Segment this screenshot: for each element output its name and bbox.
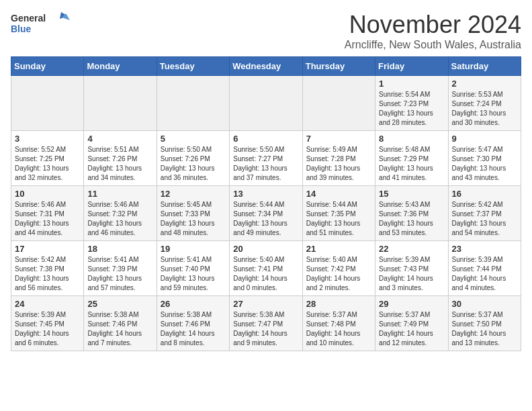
calendar-day-cell: 26Sunrise: 5:38 AMSunset: 7:46 PMDayligh… bbox=[157, 296, 229, 351]
logo-svg: General Blue bbox=[11, 11, 71, 39]
day-info: Sunrise: 5:44 AMSunset: 7:35 PMDaylight:… bbox=[306, 200, 371, 238]
day-info: Sunrise: 5:46 AMSunset: 7:32 PMDaylight:… bbox=[87, 200, 152, 238]
day-number: 15 bbox=[379, 189, 444, 199]
day-info: Sunrise: 5:40 AMSunset: 7:41 PMDaylight:… bbox=[233, 255, 298, 293]
day-info: Sunrise: 5:38 AMSunset: 7:46 PMDaylight:… bbox=[87, 310, 152, 348]
day-number: 28 bbox=[306, 299, 371, 309]
calendar-day-cell: 23Sunrise: 5:39 AMSunset: 7:44 PMDayligh… bbox=[448, 241, 521, 296]
calendar-week-row: 17Sunrise: 5:42 AMSunset: 7:38 PMDayligh… bbox=[11, 241, 521, 296]
day-info: Sunrise: 5:39 AMSunset: 7:45 PMDaylight:… bbox=[15, 310, 80, 348]
day-info: Sunrise: 5:53 AMSunset: 7:24 PMDaylight:… bbox=[452, 90, 517, 128]
day-info: Sunrise: 5:45 AMSunset: 7:33 PMDaylight:… bbox=[161, 200, 226, 238]
day-info: Sunrise: 5:42 AMSunset: 7:38 PMDaylight:… bbox=[15, 255, 80, 293]
calendar-day-cell: 1Sunrise: 5:54 AMSunset: 7:23 PMDaylight… bbox=[375, 76, 448, 131]
day-number: 9 bbox=[452, 134, 517, 144]
day-info: Sunrise: 5:48 AMSunset: 7:29 PMDaylight:… bbox=[379, 145, 444, 183]
page-header: General Blue November 2024 Arncliffe, Ne… bbox=[11, 11, 521, 51]
day-number: 11 bbox=[87, 189, 152, 199]
day-number: 30 bbox=[452, 299, 517, 309]
location-title: Arncliffe, New South Wales, Australia bbox=[345, 39, 521, 51]
day-number: 27 bbox=[233, 299, 298, 309]
calendar-day-cell: 19Sunrise: 5:41 AMSunset: 7:40 PMDayligh… bbox=[157, 241, 229, 296]
day-info: Sunrise: 5:47 AMSunset: 7:30 PMDaylight:… bbox=[452, 145, 517, 183]
day-number: 6 bbox=[233, 134, 298, 144]
day-info: Sunrise: 5:37 AMSunset: 7:49 PMDaylight:… bbox=[379, 310, 444, 348]
calendar-table: SundayMondayTuesdayWednesdayThursdayFrid… bbox=[11, 56, 521, 351]
day-info: Sunrise: 5:38 AMSunset: 7:47 PMDaylight:… bbox=[233, 310, 298, 348]
day-number: 2 bbox=[452, 79, 517, 89]
calendar-day-cell: 25Sunrise: 5:38 AMSunset: 7:46 PMDayligh… bbox=[84, 296, 157, 351]
calendar-header-wednesday: Wednesday bbox=[230, 57, 302, 76]
calendar-day-cell: 16Sunrise: 5:42 AMSunset: 7:37 PMDayligh… bbox=[448, 186, 521, 241]
day-number: 10 bbox=[15, 189, 80, 199]
day-info: Sunrise: 5:38 AMSunset: 7:46 PMDaylight:… bbox=[161, 310, 226, 348]
calendar-day-cell: 21Sunrise: 5:40 AMSunset: 7:42 PMDayligh… bbox=[302, 241, 375, 296]
day-info: Sunrise: 5:51 AMSunset: 7:26 PMDaylight:… bbox=[87, 145, 152, 183]
day-number: 5 bbox=[161, 134, 226, 144]
day-number: 19 bbox=[161, 244, 226, 254]
calendar-day-cell bbox=[11, 76, 84, 131]
day-number: 7 bbox=[306, 134, 371, 144]
calendar-day-cell: 5Sunrise: 5:50 AMSunset: 7:26 PMDaylight… bbox=[157, 131, 229, 186]
day-number: 3 bbox=[15, 134, 80, 144]
day-number: 20 bbox=[233, 244, 298, 254]
day-number: 21 bbox=[306, 244, 371, 254]
day-number: 14 bbox=[306, 189, 371, 199]
day-info: Sunrise: 5:37 AMSunset: 7:50 PMDaylight:… bbox=[452, 310, 517, 348]
day-number: 29 bbox=[379, 299, 444, 309]
month-title: November 2024 bbox=[345, 11, 521, 39]
calendar-week-row: 10Sunrise: 5:46 AMSunset: 7:31 PMDayligh… bbox=[11, 186, 521, 241]
calendar-day-cell bbox=[84, 76, 157, 131]
calendar-header-thursday: Thursday bbox=[302, 57, 375, 76]
calendar-day-cell: 15Sunrise: 5:43 AMSunset: 7:36 PMDayligh… bbox=[375, 186, 448, 241]
calendar-week-row: 1Sunrise: 5:54 AMSunset: 7:23 PMDaylight… bbox=[11, 76, 521, 131]
calendar-day-cell: 12Sunrise: 5:45 AMSunset: 7:33 PMDayligh… bbox=[157, 186, 229, 241]
day-info: Sunrise: 5:39 AMSunset: 7:44 PMDaylight:… bbox=[452, 255, 517, 293]
day-number: 13 bbox=[233, 189, 298, 199]
calendar-header-monday: Monday bbox=[84, 57, 157, 76]
calendar-day-cell: 17Sunrise: 5:42 AMSunset: 7:38 PMDayligh… bbox=[11, 241, 84, 296]
day-info: Sunrise: 5:42 AMSunset: 7:37 PMDaylight:… bbox=[452, 200, 517, 238]
svg-text:General: General bbox=[11, 13, 46, 24]
day-info: Sunrise: 5:41 AMSunset: 7:39 PMDaylight:… bbox=[87, 255, 152, 293]
day-info: Sunrise: 5:43 AMSunset: 7:36 PMDaylight:… bbox=[379, 200, 444, 238]
day-number: 17 bbox=[15, 244, 80, 254]
day-info: Sunrise: 5:44 AMSunset: 7:34 PMDaylight:… bbox=[233, 200, 298, 238]
calendar-day-cell: 6Sunrise: 5:50 AMSunset: 7:27 PMDaylight… bbox=[230, 131, 302, 186]
day-info: Sunrise: 5:40 AMSunset: 7:42 PMDaylight:… bbox=[306, 255, 371, 293]
calendar-day-cell bbox=[302, 76, 375, 131]
day-info: Sunrise: 5:49 AMSunset: 7:28 PMDaylight:… bbox=[306, 145, 371, 183]
svg-text:Blue: Blue bbox=[11, 24, 32, 34]
calendar-day-cell: 14Sunrise: 5:44 AMSunset: 7:35 PMDayligh… bbox=[302, 186, 375, 241]
day-info: Sunrise: 5:54 AMSunset: 7:23 PMDaylight:… bbox=[379, 90, 444, 128]
calendar-day-cell: 11Sunrise: 5:46 AMSunset: 7:32 PMDayligh… bbox=[84, 186, 157, 241]
day-number: 24 bbox=[15, 299, 80, 309]
calendar-week-row: 3Sunrise: 5:52 AMSunset: 7:25 PMDaylight… bbox=[11, 131, 521, 186]
calendar-header-friday: Friday bbox=[375, 57, 448, 76]
day-number: 25 bbox=[87, 299, 152, 309]
day-number: 16 bbox=[452, 189, 517, 199]
logo: General Blue bbox=[11, 11, 71, 39]
day-number: 1 bbox=[379, 79, 444, 89]
calendar-day-cell: 30Sunrise: 5:37 AMSunset: 7:50 PMDayligh… bbox=[448, 296, 521, 351]
calendar-header-saturday: Saturday bbox=[448, 57, 521, 76]
calendar-day-cell bbox=[230, 76, 302, 131]
day-number: 12 bbox=[161, 189, 226, 199]
day-info: Sunrise: 5:52 AMSunset: 7:25 PMDaylight:… bbox=[15, 145, 80, 183]
calendar-header-tuesday: Tuesday bbox=[157, 57, 229, 76]
calendar-header-sunday: Sunday bbox=[11, 57, 84, 76]
calendar-day-cell: 20Sunrise: 5:40 AMSunset: 7:41 PMDayligh… bbox=[230, 241, 302, 296]
day-info: Sunrise: 5:41 AMSunset: 7:40 PMDaylight:… bbox=[161, 255, 226, 293]
calendar-day-cell: 13Sunrise: 5:44 AMSunset: 7:34 PMDayligh… bbox=[230, 186, 302, 241]
day-number: 18 bbox=[87, 244, 152, 254]
day-info: Sunrise: 5:37 AMSunset: 7:48 PMDaylight:… bbox=[306, 310, 371, 348]
calendar-day-cell: 10Sunrise: 5:46 AMSunset: 7:31 PMDayligh… bbox=[11, 186, 84, 241]
day-number: 26 bbox=[161, 299, 226, 309]
day-info: Sunrise: 5:50 AMSunset: 7:27 PMDaylight:… bbox=[233, 145, 298, 183]
calendar-day-cell: 9Sunrise: 5:47 AMSunset: 7:30 PMDaylight… bbox=[448, 131, 521, 186]
day-number: 4 bbox=[87, 134, 152, 144]
calendar-day-cell: 3Sunrise: 5:52 AMSunset: 7:25 PMDaylight… bbox=[11, 131, 84, 186]
title-area: November 2024 Arncliffe, New South Wales… bbox=[345, 11, 521, 51]
day-info: Sunrise: 5:50 AMSunset: 7:26 PMDaylight:… bbox=[161, 145, 226, 183]
calendar-day-cell: 22Sunrise: 5:39 AMSunset: 7:43 PMDayligh… bbox=[375, 241, 448, 296]
